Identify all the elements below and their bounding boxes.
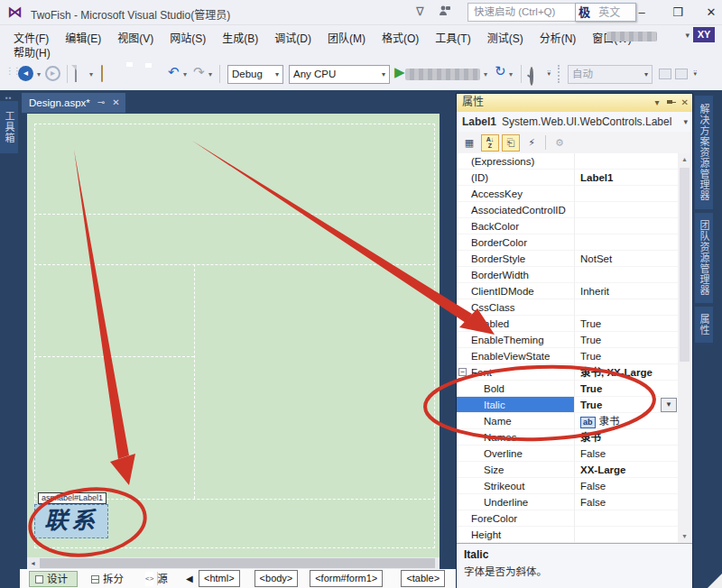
- menu-item[interactable]: 生成(B): [214, 28, 266, 47]
- menu-item[interactable]: 工具(T): [427, 28, 478, 47]
- property-value[interactable]: True: [575, 348, 679, 364]
- open-file-button[interactable]: [101, 66, 103, 82]
- property-value[interactable]: [575, 218, 679, 234]
- property-name[interactable]: BorderColor: [457, 234, 575, 251]
- send-feedback-icon[interactable]: [439, 5, 451, 20]
- solution-configuration-select[interactable]: Debug▾: [227, 65, 283, 84]
- property-name[interactable]: AssociatedControlID: [457, 202, 575, 218]
- property-value[interactable]: True: [575, 381, 679, 397]
- property-name[interactable]: CssClass: [457, 299, 575, 316]
- property-name[interactable]: Height: [457, 527, 575, 543]
- property-value[interactable]: 隶书, XX-Large: [575, 364, 679, 381]
- minimize-button[interactable]: –: [632, 4, 652, 22]
- property-value[interactable]: Inherit: [575, 283, 679, 299]
- close-button[interactable]: ✕: [701, 4, 721, 22]
- ime-status-bar[interactable]: 极 英文: [575, 3, 636, 22]
- view-button-design[interactable]: 设计: [29, 571, 78, 587]
- close-tab-icon[interactable]: ✕: [112, 93, 119, 113]
- property-name[interactable]: −Font: [457, 364, 575, 381]
- menu-item[interactable]: 分析(N): [532, 28, 585, 47]
- browser-target-caret-icon[interactable]: ▾: [484, 70, 487, 78]
- menu-item[interactable]: 格式(O): [374, 28, 427, 47]
- toolbar-overflow-button[interactable]: ‥▾: [547, 67, 551, 76]
- property-value[interactable]: False: [575, 494, 679, 510]
- property-row-forecolor[interactable]: ForeColor: [457, 510, 679, 527]
- window-position-caret-icon[interactable]: ▾: [655, 94, 660, 111]
- pin-icon[interactable]: [666, 98, 675, 107]
- property-row-enabletheming[interactable]: EnableThemingTrue: [457, 332, 679, 348]
- property-value[interactable]: ab隶书: [575, 413, 679, 429]
- property-row-cssclass[interactable]: CssClass: [457, 299, 679, 316]
- property-row-id[interactable]: (ID)Label1: [457, 170, 679, 186]
- events-button[interactable]: ⚡: [523, 134, 541, 152]
- property-row-enableviewstate[interactable]: EnableViewStateTrue: [457, 348, 679, 364]
- property-row-strikeout[interactable]: StrikeoutFalse: [457, 478, 679, 494]
- property-value[interactable]: [575, 186, 679, 202]
- property-name[interactable]: BorderStyle: [457, 251, 575, 267]
- property-value[interactable]: 隶书: [575, 429, 679, 446]
- property-name[interactable]: EnableTheming: [457, 332, 575, 348]
- property-name[interactable]: BorderWidth: [457, 267, 575, 283]
- toolbar-overflow2-button[interactable]: ‥▾: [693, 67, 698, 76]
- property-name[interactable]: Underline: [457, 494, 575, 510]
- menu-item[interactable]: 团队(M): [319, 28, 374, 47]
- tag-nav-table[interactable]: <table>: [401, 570, 445, 587]
- property-value[interactable]: False: [575, 446, 679, 462]
- property-name[interactable]: (ID): [457, 170, 575, 186]
- scroll-up-icon[interactable]: ▲: [678, 153, 691, 166]
- property-name[interactable]: Bold: [457, 381, 575, 397]
- property-row-borderwidth[interactable]: BorderWidth: [457, 267, 679, 283]
- close-panel-icon[interactable]: ✕: [681, 94, 689, 111]
- menu-item[interactable]: 视图(V): [109, 28, 162, 47]
- collapse-icon[interactable]: −: [458, 368, 467, 376]
- property-value[interactable]: [575, 267, 679, 283]
- property-value[interactable]: [575, 299, 679, 316]
- undo-caret-icon[interactable]: ▾: [183, 70, 187, 78]
- property-value[interactable]: [575, 510, 679, 527]
- categorized-view-button[interactable]: ▦: [460, 134, 478, 152]
- property-name[interactable]: Strikeout: [457, 478, 575, 494]
- view-button-split[interactable]: 拆分: [85, 571, 134, 587]
- property-value[interactable]: [575, 153, 679, 170]
- property-row-enabled[interactable]: EnabledTrue: [457, 316, 679, 332]
- property-row-associatedcontrolid[interactable]: AssociatedControlID: [457, 202, 679, 218]
- property-grid-scrollbar[interactable]: ▲ ▼: [678, 153, 691, 543]
- object-selector-dropdown[interactable]: Label1System.Web.UI.WebControls.Label ▾: [457, 112, 692, 132]
- property-row-bold[interactable]: BoldTrue: [457, 381, 679, 397]
- property-name[interactable]: AccessKey: [457, 186, 575, 202]
- property-value[interactable]: Label1: [575, 170, 679, 186]
- attach-mode-select[interactable]: 自动▾: [568, 65, 653, 84]
- tag-nav-body[interactable]: <body>: [255, 570, 299, 587]
- scrollbar-thumb[interactable]: [680, 168, 690, 362]
- properties-title-bar[interactable]: 属性 ▾ ✕: [457, 94, 692, 112]
- view-button-source[interactable]: <>源: [139, 571, 175, 587]
- navigate-forward-button[interactable]: ▸: [45, 66, 60, 81]
- redo-button[interactable]: ↷: [193, 64, 205, 79]
- property-name[interactable]: Name: [457, 413, 575, 429]
- property-name[interactable]: EnableViewState: [457, 348, 575, 364]
- menu-item[interactable]: 网站(S): [162, 28, 214, 47]
- refresh-button[interactable]: ↻: [495, 63, 506, 78]
- tag-nav-formform1[interactable]: <form#form1>: [310, 570, 383, 587]
- property-row-accesskey[interactable]: AccessKey: [457, 186, 679, 202]
- property-value[interactable]: XX-Large: [575, 462, 679, 478]
- refresh-caret-icon[interactable]: ▾: [509, 70, 513, 78]
- feedback-funnel-icon[interactable]: ∇: [416, 5, 424, 18]
- property-row-name[interactable]: Nameab隶书: [457, 413, 679, 429]
- document-tab-design-aspx[interactable]: Design.aspx* ⊸ ✕: [22, 93, 125, 113]
- property-value[interactable]: True: [575, 316, 679, 332]
- property-row-borderstyle[interactable]: BorderStyleNotSet: [457, 251, 679, 267]
- sidebar-tab-toolbox[interactable]: 工具箱: [0, 101, 18, 153]
- scrollbar-thumb[interactable]: [40, 558, 435, 568]
- menu-item[interactable]: 测试(S): [479, 28, 532, 47]
- property-name[interactable]: ForeColor: [457, 510, 575, 527]
- property-row-size[interactable]: SizeXX-Large: [457, 462, 679, 478]
- tag-nav-back-icon[interactable]: ◀: [186, 574, 193, 583]
- label1-control[interactable]: 联系: [34, 504, 108, 538]
- new-file-button[interactable]: [75, 66, 77, 82]
- navigate-back-caret-icon[interactable]: ▾: [37, 70, 41, 78]
- property-row-italic[interactable]: ItalicTrue▼: [457, 397, 679, 413]
- right-tab-team-explorer[interactable]: 团队资源管理器: [695, 213, 713, 303]
- maximize-button[interactable]: ❒: [668, 4, 688, 22]
- property-name[interactable]: Italic: [457, 397, 575, 413]
